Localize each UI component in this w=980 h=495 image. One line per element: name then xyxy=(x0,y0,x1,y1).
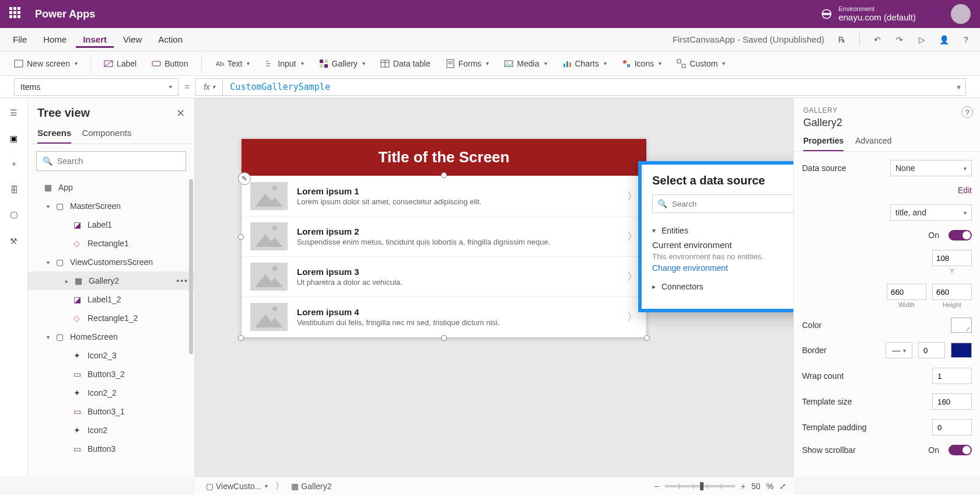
app-checker-icon[interactable]: ℞ xyxy=(834,32,850,48)
menu-insert[interactable]: Insert xyxy=(76,31,114,48)
zoom-in-icon[interactable]: + xyxy=(741,482,746,491)
zoom-out-icon[interactable]: − xyxy=(654,482,659,491)
prop-height-input[interactable] xyxy=(932,284,972,300)
app-launcher-icon[interactable] xyxy=(9,7,23,21)
node-homescreen[interactable]: ▾▢HomeScreen xyxy=(28,327,194,346)
resize-handle[interactable] xyxy=(238,335,244,341)
bc-control[interactable]: ▦ Gallery2 xyxy=(287,480,335,493)
user-avatar[interactable] xyxy=(951,4,971,24)
charts-button[interactable]: Charts▾ xyxy=(556,57,612,71)
prop-color-swatch[interactable]: ⤢ xyxy=(951,318,972,333)
gallery-selection[interactable]: ✎ Lorem ipsum 1 Lorem ipsum dolor sit am… xyxy=(242,176,646,337)
fx-icon[interactable]: fx▾ xyxy=(196,79,223,95)
chevron-right-icon[interactable]: 〉 xyxy=(627,229,638,243)
chevron-right-icon[interactable]: 〉 xyxy=(627,189,638,203)
formula-input[interactable]: CustomGallerySample xyxy=(223,82,951,92)
play-icon[interactable]: ▷ xyxy=(914,32,930,48)
gallery-button[interactable]: Gallery▾ xyxy=(313,57,371,71)
ds-change-env-link[interactable]: Change environment xyxy=(652,263,793,273)
media-rail-icon[interactable]: 🖵 xyxy=(8,209,20,222)
prop-tab-advanced[interactable]: Advanced xyxy=(855,136,891,151)
menu-home[interactable]: Home xyxy=(36,31,74,48)
new-screen-button[interactable]: New screen▾ xyxy=(8,57,83,71)
advanced-tools-icon[interactable]: ⚒ xyxy=(8,235,20,248)
resize-handle[interactable] xyxy=(238,234,244,240)
gallery-row[interactable]: Lorem ipsum 1 Lorem ipsum dolor sit amet… xyxy=(242,176,646,217)
forms-button[interactable]: Forms▾ xyxy=(440,57,495,71)
fit-icon[interactable]: ⤢ xyxy=(779,482,786,491)
menu-file[interactable]: File xyxy=(6,31,34,48)
menu-view[interactable]: View xyxy=(116,31,149,48)
prop-layout-dropdown[interactable]: title, and▾ xyxy=(890,204,972,221)
resize-handle[interactable] xyxy=(644,335,650,341)
gallery-row[interactable]: Lorem ipsum 2 Suspendisse enim metus, ti… xyxy=(242,217,646,257)
node-button3-1[interactable]: ▭Button3_1 xyxy=(28,402,194,421)
node-button3[interactable]: ▭Button3 xyxy=(28,440,194,458)
node-app[interactable]: ▦App xyxy=(28,178,194,197)
text-button[interactable]: AbcText▾ xyxy=(209,57,256,71)
tree-search-input[interactable] xyxy=(56,156,180,166)
menu-action[interactable]: Action xyxy=(151,31,190,48)
screen-preview[interactable]: Title of the Screen ✎ Lorem ipsum 1 Lore… xyxy=(242,139,646,337)
ds-entities-section[interactable]: ▾ Entities ••• xyxy=(652,222,793,239)
media-button[interactable]: Media▾ xyxy=(498,57,552,71)
resize-handle[interactable] xyxy=(441,335,447,341)
node-icon2-2[interactable]: ✦Icon2_2 xyxy=(28,384,194,402)
node-masterscreen[interactable]: ▾▢MasterScreen xyxy=(28,197,194,215)
button-button[interactable]: Button xyxy=(146,57,194,71)
environment-picker[interactable]: Environment enayu.com (default) xyxy=(821,6,916,22)
prop-tab-properties[interactable]: Properties xyxy=(803,136,844,151)
label-button[interactable]: Label xyxy=(98,57,142,71)
node-icon2-3[interactable]: ✦Icon2_3 xyxy=(28,346,194,365)
help-icon[interactable]: ? xyxy=(958,32,974,48)
datatable-button[interactable]: Data table xyxy=(374,57,436,71)
zoom-slider[interactable] xyxy=(665,485,735,487)
canvas-area[interactable]: Title of the Screen ✎ Lorem ipsum 1 Lore… xyxy=(195,98,793,476)
tree-search[interactable]: 🔍 xyxy=(36,151,186,171)
prop-datasource-dropdown[interactable]: None▾ xyxy=(890,160,972,176)
redo-icon[interactable]: ↷ xyxy=(891,32,908,48)
prop-border-color[interactable] xyxy=(951,343,972,358)
bc-screen[interactable]: ▢ ViewCusto... ▾ xyxy=(202,480,272,493)
tab-components[interactable]: Components xyxy=(82,123,131,144)
ds-search[interactable]: 🔍 xyxy=(652,194,793,213)
prop-help-icon[interactable]: ? xyxy=(961,106,973,118)
node-gallery2[interactable]: ▸▦Gallery2••• xyxy=(28,271,194,290)
tree-scrollbar[interactable] xyxy=(189,179,193,354)
node-viewcustomers[interactable]: ▾▢ViewCustomersScreen xyxy=(28,253,194,271)
ds-connectors-section[interactable]: ▸ Connectors ••• xyxy=(652,278,793,295)
insert-plus-icon[interactable]: ＋ xyxy=(8,158,20,170)
data-icon[interactable]: 🗄 xyxy=(8,183,20,196)
share-icon[interactable]: 👤 xyxy=(936,32,952,48)
node-rectangle1-2[interactable]: ◇Rectangle1_2 xyxy=(28,309,194,327)
tree-view-icon[interactable]: ▣ xyxy=(8,132,20,145)
chevron-right-icon[interactable]: 〉 xyxy=(627,310,638,324)
node-label1-2[interactable]: ◪Label1_2 xyxy=(28,290,194,309)
chevron-right-icon[interactable]: 〉 xyxy=(627,270,638,284)
tab-screens[interactable]: Screens xyxy=(37,123,71,144)
node-more-icon[interactable]: ••• xyxy=(176,276,188,285)
prop-border-style[interactable]: —▾ xyxy=(886,342,912,358)
hamburger-icon[interactable]: ☰ xyxy=(8,106,20,119)
property-dropdown[interactable]: Items▾ xyxy=(14,78,178,96)
gallery-row[interactable]: Lorem ipsum 4 Vestibulum dui felis, frin… xyxy=(242,297,646,337)
prop-scroll-toggle[interactable] xyxy=(949,445,972,455)
prop-y-input[interactable] xyxy=(932,250,972,266)
undo-icon[interactable]: ↶ xyxy=(869,32,886,48)
ds-search-input[interactable] xyxy=(671,199,793,209)
prop-tpad-input[interactable] xyxy=(932,419,972,435)
gallery-row[interactable]: Lorem ipsum 3 Ut pharetra a dolor ac veh… xyxy=(242,257,646,297)
node-rectangle1[interactable]: ◇Rectangle1 xyxy=(28,234,194,253)
icons-button[interactable]: Icons▾ xyxy=(616,57,667,71)
prop-tsize-input[interactable] xyxy=(932,393,972,410)
input-button[interactable]: Input▾ xyxy=(259,57,309,71)
node-label1[interactable]: ◪Label1 xyxy=(28,215,194,234)
node-icon2[interactable]: ✦Icon2 xyxy=(28,421,194,440)
prop-border-width-input[interactable] xyxy=(918,342,945,358)
prop-fields-edit-link[interactable]: Edit xyxy=(958,186,972,195)
tree-close-icon[interactable]: ✕ xyxy=(176,107,185,120)
resize-handle[interactable] xyxy=(441,172,447,178)
prop-width-input[interactable] xyxy=(887,284,926,300)
prop-visible-toggle[interactable] xyxy=(949,230,972,240)
formula-expand-icon[interactable]: ▾ xyxy=(951,82,965,92)
